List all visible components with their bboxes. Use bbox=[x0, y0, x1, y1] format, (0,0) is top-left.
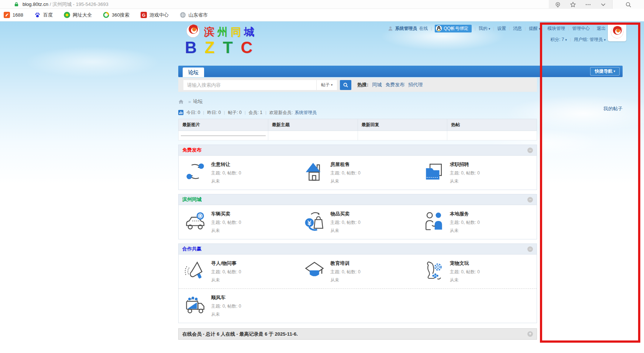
forum-lastpost-text: 从未 bbox=[211, 228, 241, 234]
column-header: 热帖 bbox=[447, 119, 537, 131]
online-members-bar: 在线会员 - 总计 6 人在线 - 最高记录是 6 于 2025-11-6. + bbox=[178, 328, 537, 340]
favorites-star-icon[interactable] bbox=[570, 1, 576, 8]
category-header: 免费发布− bbox=[179, 145, 537, 156]
svg-text:G: G bbox=[142, 13, 145, 17]
username-link[interactable]: 系统管理员 bbox=[395, 25, 417, 32]
forum-name-link[interactable]: 车辆买卖 bbox=[211, 211, 241, 217]
folder-icon[interactable] bbox=[423, 161, 445, 182]
forum-lastpost-text: 从未 bbox=[330, 228, 360, 234]
forum-item: 顺风车主题: 0, 帖数: 0从未 bbox=[179, 289, 298, 323]
qq-bind-button[interactable]: QQ帐号绑定 bbox=[435, 25, 472, 32]
welcome-label: 欢迎新会员: bbox=[269, 110, 293, 116]
category-title-link[interactable]: 滨州同城 bbox=[182, 196, 202, 203]
bookmark-item[interactable]: 1688 bbox=[4, 12, 23, 18]
shopping-icon[interactable] bbox=[304, 210, 325, 232]
usergroup-dropdown[interactable]: 用户组: 管理员▾ bbox=[574, 37, 606, 43]
userbar-link-设置[interactable]: 设置 bbox=[497, 25, 506, 32]
qq-bind-label: QQ帐号绑定 bbox=[444, 25, 468, 32]
megaphone-icon[interactable] bbox=[185, 260, 206, 281]
ssl-lock-icon bbox=[14, 2, 19, 7]
forum-lastpost-text: 从未 bbox=[211, 178, 241, 184]
breadcrumb-forum-link[interactable]: 论坛 bbox=[193, 98, 203, 105]
forum-name-link[interactable]: 教育培训 bbox=[330, 260, 360, 267]
hot-search-link[interactable]: 同城 bbox=[372, 82, 382, 87]
forum-name-link[interactable]: 宠物文玩 bbox=[450, 260, 480, 267]
category-header: 合作共赢− bbox=[179, 244, 537, 255]
userbar-link-消息[interactable]: 消息 bbox=[513, 25, 522, 32]
house-icon[interactable] bbox=[304, 161, 325, 182]
hot-search-link[interactable]: 免费发布 bbox=[385, 82, 404, 87]
search-input[interactable] bbox=[183, 80, 316, 90]
forum-name-link[interactable]: 寻人/物问事 bbox=[211, 260, 241, 267]
forum-name-link[interactable]: 本地服务 bbox=[450, 211, 480, 217]
more-menu-icon[interactable] bbox=[585, 1, 591, 8]
forum-name-link[interactable]: 房屋租售 bbox=[330, 161, 360, 168]
bookmark-label: 360搜索 bbox=[112, 12, 130, 18]
collapse-icon[interactable]: − bbox=[527, 197, 533, 203]
userbar-link-我的[interactable]: 我的▾ bbox=[479, 25, 490, 32]
newest-member-link[interactable]: 系统管理员 bbox=[295, 110, 317, 116]
bookmark-item[interactable]: G游戏中心 bbox=[141, 12, 169, 18]
site-logo-icon[interactable] bbox=[186, 24, 200, 38]
browser-search-button[interactable] bbox=[612, 0, 644, 9]
bookmark-label: 山东省市 bbox=[189, 12, 208, 18]
forum-lastpost-text: 从未 bbox=[450, 178, 480, 184]
search-icon bbox=[343, 82, 348, 88]
car-icon[interactable] bbox=[185, 210, 206, 232]
caret-down-icon: ▾ bbox=[604, 38, 606, 42]
category-header: 滨州同城− bbox=[179, 194, 537, 205]
recycle-icon[interactable] bbox=[185, 161, 206, 182]
userbar-link-退出[interactable]: 退出 bbox=[597, 25, 606, 32]
separator: | bbox=[224, 110, 225, 115]
forum-name-link[interactable]: 生意转让 bbox=[211, 161, 241, 168]
expand-icon[interactable]: + bbox=[527, 331, 533, 337]
chevron-down-icon[interactable] bbox=[600, 1, 606, 8]
bookmark-item[interactable]: 山东省市 bbox=[180, 12, 208, 18]
userbar-link-管理中心[interactable]: 管理中心 bbox=[572, 25, 590, 32]
category-title-link[interactable]: 合作共赢 bbox=[182, 246, 202, 252]
forum-name-link[interactable]: 顺风车 bbox=[211, 294, 241, 301]
bookmark-item[interactable]: 网址大全 bbox=[64, 12, 92, 18]
forum-row: 顺风车主题: 0, 帖数: 0从未 bbox=[179, 288, 537, 323]
site-subtitle: BZTC bbox=[185, 38, 261, 57]
quick-nav-button[interactable]: 快捷导航▾ bbox=[590, 67, 620, 76]
collections-icon[interactable] bbox=[555, 1, 561, 8]
address-bar[interactable]: blog.80tz.cn / 滨州同城 - 195-5426-3693 bbox=[23, 1, 109, 8]
globe-icon bbox=[180, 12, 186, 18]
site-title[interactable]: 滨州同城 bbox=[204, 25, 257, 39]
tab-forum[interactable]: 论坛 bbox=[183, 68, 204, 77]
forum-name-link[interactable]: 求职招聘 bbox=[450, 161, 480, 168]
category-title-link[interactable]: 免费发布 bbox=[182, 147, 202, 153]
breadcrumb-separator: » bbox=[188, 99, 191, 104]
userbar-link-模块管理[interactable]: 模块管理 bbox=[547, 25, 565, 32]
separator: | bbox=[431, 26, 432, 31]
search-scope-select[interactable]: 帖子▾ bbox=[316, 80, 337, 90]
forum-category: 合作共赢−寻人/物问事主题: 0, 帖数: 0从未教育培训主题: 0, 帖数: … bbox=[178, 243, 537, 323]
truck-icon[interactable] bbox=[185, 294, 206, 315]
forum-stats: 今日: 0|昨日: 0|帖子: 0|会员: 1|欢迎新会员:系统管理员 bbox=[178, 108, 537, 117]
pet-icon[interactable] bbox=[423, 260, 445, 281]
credits-dropdown[interactable]: 积分: 7▾ bbox=[550, 37, 567, 43]
my-posts-link[interactable]: 我的帖子 bbox=[603, 105, 623, 112]
collapse-icon[interactable]: − bbox=[527, 246, 533, 252]
chart-icon bbox=[178, 110, 183, 115]
user-avatar[interactable] bbox=[608, 23, 626, 41]
forum-stats-text: 主题: 0, 帖数: 0 bbox=[330, 170, 360, 176]
forum-name-link[interactable]: 物品买卖 bbox=[330, 211, 360, 217]
bookmarks-bar: 1688百度网址大全360搜索G游戏中心山东省市 bbox=[0, 9, 644, 21]
forum-item: 物品买卖主题: 0, 帖数: 0从未 bbox=[298, 205, 417, 239]
bookmark-item[interactable]: 百度 bbox=[34, 12, 53, 18]
forum-lastpost-text: 从未 bbox=[330, 178, 360, 184]
userbar-link-提醒[interactable]: 提醒▾ bbox=[529, 25, 541, 32]
home-icon[interactable] bbox=[178, 99, 184, 104]
forum-stats-text: 主题: 0, 帖数: 0 bbox=[450, 170, 480, 176]
column-header: 最新图片 bbox=[179, 119, 268, 131]
search-submit-button[interactable] bbox=[340, 80, 351, 90]
hot-search-link[interactable]: 招代理 bbox=[408, 82, 423, 87]
table-cell bbox=[358, 131, 447, 141]
bookmark-label: 网址大全 bbox=[73, 12, 92, 18]
people-icon[interactable] bbox=[423, 210, 445, 232]
graduation-icon[interactable] bbox=[304, 260, 325, 281]
bookmark-item[interactable]: 360搜索 bbox=[103, 12, 130, 18]
collapse-icon[interactable]: − bbox=[527, 148, 533, 153]
